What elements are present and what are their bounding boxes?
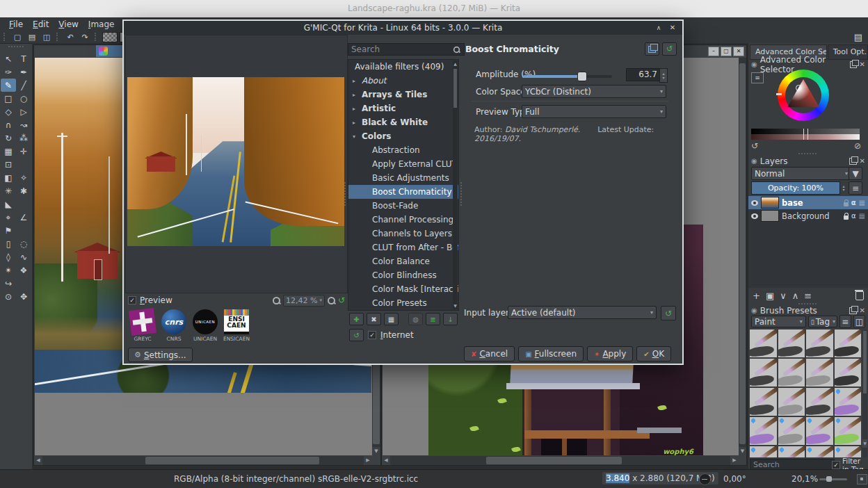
brush-tile[interactable] xyxy=(835,359,862,387)
zoom-in-icon[interactable] xyxy=(327,296,336,305)
brush-scrollbar[interactable]: ▼ xyxy=(862,330,867,457)
tool-ellipse-select[interactable]: ◌ xyxy=(16,237,31,250)
tool-pan[interactable]: ✥ xyxy=(16,290,31,303)
tool-crop[interactable]: ⊡ xyxy=(1,158,16,171)
tree-item-boost-chromaticity[interactable]: Boost Chromaticity xyxy=(348,185,458,199)
tool-polygon-select[interactable]: ◊ xyxy=(1,250,16,263)
tool-bezier-select[interactable]: ❖ xyxy=(16,263,31,277)
tool-rect-select[interactable]: ▯ xyxy=(1,237,16,250)
close-panel-icon[interactable]: ✕ xyxy=(860,157,865,165)
brush-tile[interactable] xyxy=(750,417,777,445)
lock-icon[interactable] xyxy=(844,215,849,220)
splitter-handle[interactable] xyxy=(460,182,462,206)
tool-transform[interactable]: ▦ xyxy=(1,145,16,158)
inherit-alpha-icon[interactable]: ▦ xyxy=(859,212,865,220)
remove-fave-icon[interactable]: ✖ xyxy=(367,313,381,325)
float-panel-icon[interactable] xyxy=(850,61,856,68)
tool-select-shapes[interactable]: ↖ xyxy=(1,52,16,65)
tool-calligraphy[interactable]: ✒ xyxy=(16,65,31,79)
layer-row-background[interactable]: Background α ▦ xyxy=(748,209,868,222)
layer-options-icon[interactable]: ≡ xyxy=(849,181,862,195)
horizontal-scrollbar[interactable]: ◀ ▶ xyxy=(34,456,372,465)
scrollbar-thumb[interactable] xyxy=(453,69,457,108)
layer-filter-icon[interactable]: ▼ xyxy=(849,167,862,180)
scroll-right-icon[interactable]: ▶ xyxy=(730,456,739,465)
amplitude-value[interactable]: 63.7 xyxy=(626,68,661,81)
tool-reference-images[interactable]: ⚑ xyxy=(1,224,16,237)
brush-tile[interactable] xyxy=(778,388,805,416)
amplitude-spinner[interactable]: ▴▾ xyxy=(659,68,668,83)
tree-item-artistic[interactable]: ▸Artistic xyxy=(348,101,458,115)
scroll-down-icon[interactable]: ▼ xyxy=(739,447,746,455)
preview-checkbox[interactable]: ✓ xyxy=(128,296,136,304)
cancel-button[interactable]: ✘ Cancel xyxy=(464,346,515,361)
tool-freehand-select[interactable]: ∿ xyxy=(16,250,31,263)
refresh-filters-icon[interactable]: ↺ xyxy=(349,329,364,341)
brush-tile[interactable] xyxy=(778,359,805,387)
alpha-lock-icon[interactable]: α xyxy=(851,212,856,220)
move-layer-down-icon[interactable]: ∨ xyxy=(780,291,787,301)
tool-similar-select[interactable]: ✴ xyxy=(1,263,16,277)
download-filters-icon[interactable]: ↓ xyxy=(443,313,458,325)
close-panel-icon[interactable]: ✕ xyxy=(860,307,865,314)
internet-checkbox[interactable]: ✓ xyxy=(368,331,376,339)
refresh-colors-icon[interactable]: ↺ xyxy=(751,141,758,151)
panel-splitter[interactable] xyxy=(798,153,817,154)
close-panel-icon[interactable]: ✕ xyxy=(860,60,865,68)
tool-assistants[interactable]: ⌖ xyxy=(1,211,16,224)
tool-dynamic-brush[interactable]: ↻ xyxy=(1,131,16,145)
apply-button[interactable]: ✶ Apply xyxy=(587,346,633,361)
no-color-icon[interactable]: ⊘ xyxy=(854,141,861,151)
panel-menu-icon[interactable]: ◉ xyxy=(751,307,757,314)
zoom-slider-knob[interactable] xyxy=(826,476,832,482)
tree-item-color-presets[interactable]: Color Presets xyxy=(348,296,458,310)
copy-command-icon[interactable] xyxy=(645,42,659,56)
scrollbar-thumb[interactable] xyxy=(739,63,746,444)
tree-item-boost-fade[interactable]: Boost-Fade xyxy=(348,199,458,213)
subwindow-close-icon[interactable]: ✕ xyxy=(733,47,744,56)
input-layers-select[interactable]: Active (default) ▾ xyxy=(508,306,657,319)
tree-item-basic-adjustments[interactable]: Basic Adjustments xyxy=(348,171,458,185)
preview-zoom-select[interactable]: 12,42 % ▾ xyxy=(283,295,325,307)
layer-row-base[interactable]: base α ▦ xyxy=(748,196,868,209)
opacity-spinner[interactable]: ▴▾ xyxy=(840,181,847,193)
filter-search-input[interactable]: Search xyxy=(348,43,465,56)
zoom-slider[interactable] xyxy=(819,478,847,480)
tool-freehand-brush[interactable]: ✎ xyxy=(1,79,16,92)
tool-gradient[interactable]: ◧ xyxy=(1,171,16,184)
fullscreen-button[interactable]: ▣ Fullscreen xyxy=(518,346,584,361)
tool-bezier-curve[interactable]: ∩ xyxy=(1,118,16,131)
layer-properties-icon[interactable]: ≡ xyxy=(804,291,812,301)
brush-tile[interactable] xyxy=(806,446,833,457)
tool-edit-shapes[interactable]: ✑ xyxy=(1,65,16,79)
scroll-left-icon[interactable]: ◀ xyxy=(382,456,390,465)
subwindow-minimize-icon[interactable]: – xyxy=(708,47,719,56)
tool-measure[interactable]: ∠ xyxy=(16,211,31,224)
reset-parameters-icon[interactable]: ↺ xyxy=(662,42,677,56)
zoom-fit-icon[interactable] xyxy=(857,474,867,485)
menu-view[interactable]: View xyxy=(54,19,83,29)
opacity-slider[interactable]: Opacity: 100% xyxy=(751,181,840,195)
duplicate-layer-icon[interactable]: ▣ xyxy=(766,291,774,301)
tree-item-colors[interactable]: ▾Colors xyxy=(348,129,458,143)
dialog-close-icon[interactable]: ✕ xyxy=(667,21,678,35)
brush-tile[interactable] xyxy=(750,330,777,357)
reset-zoom-icon[interactable]: ↺ xyxy=(338,295,345,305)
internet-filters-icon[interactable]: ◍ xyxy=(408,313,423,325)
internet-label[interactable]: Internet xyxy=(380,330,414,340)
canvas-rotation-icon[interactable] xyxy=(699,473,711,485)
preview-image[interactable] xyxy=(127,77,344,246)
tree-item-about[interactable]: ▸About xyxy=(348,74,458,88)
visibility-eye-icon[interactable] xyxy=(751,213,758,219)
scroll-down-icon[interactable]: ▼ xyxy=(372,447,380,455)
tree-item-apply-external-clut[interactable]: Apply External CLUT xyxy=(348,157,458,171)
scrollbar-thumb[interactable] xyxy=(486,457,622,464)
tool-fill[interactable]: ◣ xyxy=(1,197,16,211)
preview-type-select[interactable]: Full ▾ xyxy=(522,105,666,118)
color-selector-settings-icon[interactable]: ≡ xyxy=(751,72,764,83)
float-panel-icon[interactable] xyxy=(849,158,857,165)
tool-freehand-path[interactable]: ↝ xyxy=(16,118,31,131)
tool-line[interactable]: ╱ xyxy=(16,79,31,92)
brush-tile[interactable] xyxy=(778,446,805,457)
menu-file[interactable]: File xyxy=(4,19,28,29)
